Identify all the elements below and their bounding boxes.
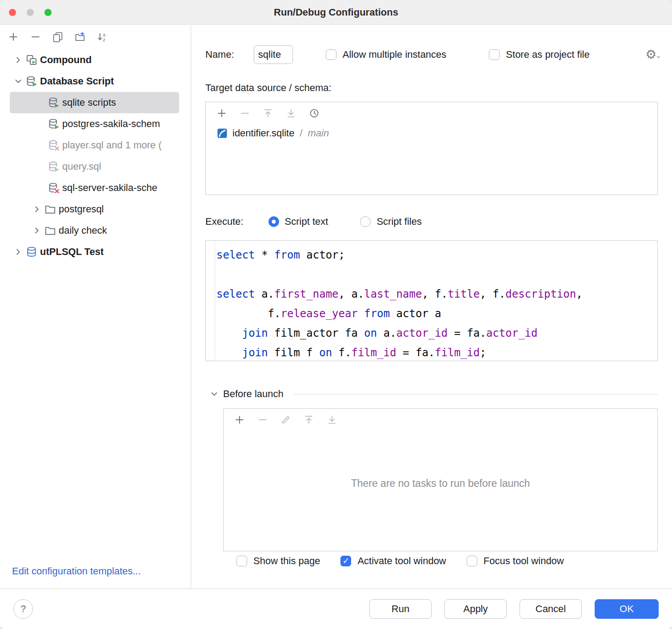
checkbox-box[interactable] (467, 556, 477, 566)
chevron-down-icon[interactable] (13, 76, 23, 86)
store-as-project-file-checkbox[interactable]: Store as project file (489, 49, 589, 60)
data-source-name: identifier.sqlite (232, 127, 294, 139)
titlebar[interactable]: Run/Debug Configurations (0, 0, 672, 25)
new-folder-button[interactable] (75, 32, 85, 42)
script-files-radio[interactable]: Script files (360, 216, 421, 227)
checkbox-box[interactable] (340, 556, 351, 566)
window-title: Run/Debug Configurations (274, 7, 398, 18)
editor-gutter (206, 241, 215, 361)
move-task-down-button[interactable] (327, 414, 337, 425)
database-blue-icon (26, 246, 37, 258)
activate-tool-window-checkbox[interactable]: Activate tool window (340, 555, 446, 567)
tree-item-daily-check-folder[interactable]: daily check (10, 220, 179, 241)
code-line: select * from actor; (216, 245, 657, 265)
tree-item-label: sql-server-sakila-sche (62, 182, 157, 194)
chevron-down-icon (656, 54, 661, 60)
run-button[interactable]: Run (369, 599, 432, 619)
tree-item-postgresql-folder[interactable]: postgresql (10, 199, 179, 220)
settings-gear-icon[interactable]: ⚙ (645, 48, 661, 61)
tree-item-player-sql[interactable]: player.sql and 1 more ( (10, 135, 179, 156)
close-window-button[interactable] (9, 9, 16, 16)
move-up-icon (263, 108, 273, 119)
chevron-right-icon[interactable] (13, 55, 23, 65)
history-icon (309, 108, 320, 119)
radio-button[interactable] (360, 216, 371, 227)
edit-task-button[interactable] (280, 414, 291, 425)
minimize-window-button (27, 9, 34, 16)
before-launch-label: Before launch (223, 388, 284, 400)
configuration-detail-panel: Name: Allow multiple instances Store as … (192, 25, 672, 589)
history-button[interactable] (309, 108, 320, 119)
copy-icon (52, 32, 63, 42)
tree-item-postgres-sakila-schema[interactable]: postgres-sakila-schem (10, 113, 179, 135)
before-launch-toolbar (224, 409, 657, 430)
allow-multiple-instances-checkbox[interactable]: Allow multiple instances (326, 49, 447, 60)
add-icon (8, 32, 19, 42)
move-down-icon (286, 108, 296, 119)
checkbox-box[interactable] (326, 49, 336, 60)
checkbox-label: Activate tool window (357, 555, 446, 567)
radio-label: Script files (376, 216, 421, 227)
sqlite-file-icon (216, 127, 228, 139)
chevron-down-icon[interactable] (209, 389, 219, 399)
tree-item-label: Compound (40, 54, 92, 66)
data-source-item[interactable]: identifier.sqlite / main (206, 123, 657, 139)
tree-item-database-script[interactable]: Database Script (10, 71, 179, 92)
checkbox-box[interactable] (489, 49, 500, 60)
database-run-icon (48, 97, 60, 108)
copy-configuration-button[interactable] (52, 32, 63, 42)
chevron-right-icon[interactable] (13, 247, 23, 257)
tree-item-label: postgresql (59, 203, 104, 215)
remove-data-source-button[interactable] (240, 108, 250, 119)
remove-task-button[interactable] (257, 414, 268, 425)
name-input[interactable] (254, 45, 293, 64)
sort-alphabetically-icon (97, 32, 108, 42)
checkbox-box[interactable] (236, 556, 247, 566)
database-run-icon (26, 76, 37, 87)
execute-label: Execute: (205, 216, 244, 227)
ok-button[interactable]: OK (595, 599, 659, 619)
edit-configuration-templates-link[interactable]: Edit configuration templates... (12, 565, 141, 577)
radio-button[interactable] (268, 216, 279, 227)
dialog-footer: ? Run Apply Cancel OK (0, 589, 672, 629)
move-up-button[interactable] (263, 108, 273, 119)
add-task-button[interactable] (234, 414, 245, 425)
checkbox-label: Store as project file (506, 49, 589, 60)
tree-item-compound[interactable]: Compound (10, 49, 179, 71)
chevron-right-icon[interactable] (32, 204, 42, 214)
move-task-up-button[interactable] (304, 414, 314, 425)
traffic-lights (0, 9, 52, 16)
move-down-button[interactable] (286, 108, 296, 119)
sql-code[interactable]: select * from actor; select a.first_name… (215, 241, 657, 361)
tree-item-label: daily check (59, 225, 107, 236)
run-debug-configurations-dialog: Run/Debug Configurations Compound Databa… (0, 0, 672, 629)
zoom-window-button[interactable] (44, 9, 52, 16)
tree-item-query-sql[interactable]: query.sql (10, 156, 179, 177)
tree-item-utplsql-test[interactable]: utPLSQL Test (10, 241, 179, 263)
database-run-icon (48, 161, 60, 172)
cancel-button[interactable]: Cancel (520, 599, 582, 619)
remove-icon (257, 414, 268, 425)
folder-icon (44, 225, 56, 236)
radio-label: Script text (285, 216, 328, 227)
target-toolbar (206, 102, 657, 123)
add-data-source-button[interactable] (216, 108, 227, 119)
remove-configuration-button[interactable] (30, 32, 41, 42)
focus-tool-window-checkbox[interactable]: Focus tool window (467, 555, 564, 567)
chevron-right-icon[interactable] (32, 226, 42, 235)
help-button[interactable]: ? (13, 599, 33, 619)
script-text-radio[interactable]: Script text (268, 216, 328, 227)
before-launch-header: Before launch (209, 384, 658, 404)
database-error-icon (48, 182, 60, 194)
apply-button[interactable]: Apply (444, 599, 507, 619)
show-this-page-checkbox[interactable]: Show this page (236, 555, 320, 567)
add-configuration-button[interactable] (8, 32, 19, 42)
move-down-icon (327, 414, 337, 425)
tree-item-sql-server-sakila-schema[interactable]: sql-server-sakila-sche (10, 177, 179, 199)
tree-item-sqlite-scripts[interactable]: sqlite scripts (10, 92, 179, 113)
tree-item-label: utPLSQL Test (40, 246, 104, 258)
schema-name: main (308, 127, 329, 139)
script-text-editor[interactable]: select * from actor; select a.first_name… (205, 240, 658, 361)
folder-icon (44, 203, 56, 215)
sort-configurations-button[interactable] (97, 32, 108, 42)
